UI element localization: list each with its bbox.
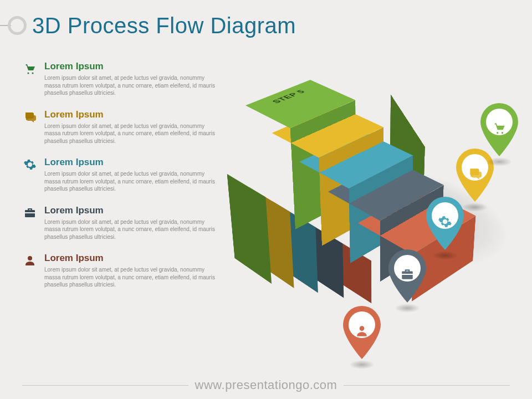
legend-title: Lorem Ipsum (44, 157, 222, 168)
gear-icon (22, 157, 38, 172)
legend-item-step5: Lorem Ipsum Lorem ipsum dolor sit amet, … (22, 61, 222, 97)
legend-item-step3: Lorem Ipsum Lorem ipsum dolor sit amet, … (22, 157, 222, 193)
legend-body: Lorem ipsum dolor sit amet, at pede luct… (44, 122, 222, 145)
legend-item-step2: Lorem Ipsum Lorem ipsum dolor sit amet, … (22, 205, 222, 241)
svg-point-2 (28, 256, 32, 260)
svg-point-11 (497, 132, 498, 134)
legend-item-step4: Lorem Ipsum Lorem ipsum dolor sit amet, … (22, 109, 222, 145)
title-ring-icon (8, 16, 27, 35)
svg-point-6 (360, 326, 365, 331)
pin-step5 (475, 102, 523, 163)
svg-point-1 (32, 72, 33, 74)
chat-icon (467, 166, 483, 181)
legend-title: Lorem Ipsum (44, 61, 222, 72)
legend-body: Lorem ipsum dolor sit amet, at pede luct… (44, 170, 222, 193)
briefcase-icon (400, 267, 415, 282)
user-icon (22, 253, 38, 268)
chat-icon (22, 109, 38, 125)
legend-item-step1: Lorem Ipsum Lorem ipsum dolor sit amet, … (22, 253, 222, 289)
pin-step2 (383, 248, 431, 309)
legend-body: Lorem ipsum dolor sit amet, at pede luct… (44, 266, 222, 289)
legend-body: Lorem ipsum dolor sit amet, at pede luct… (44, 74, 222, 97)
pin-step1 (338, 305, 386, 366)
title-bar: 3D Process Flow Diagram (0, 9, 296, 42)
user-icon (354, 323, 370, 339)
gear-icon (437, 214, 453, 229)
briefcase-icon (22, 205, 38, 221)
legend-title: Lorem Ipsum (44, 109, 222, 120)
cart-icon (22, 61, 38, 76)
legend-body: Lorem ipsum dolor sit amet, at pede luct… (44, 218, 222, 241)
svg-point-0 (27, 72, 29, 74)
legend-list: Lorem Ipsum Lorem ipsum dolor sit amet, … (22, 61, 222, 289)
legend-title: Lorem Ipsum (44, 253, 222, 264)
svg-point-12 (502, 132, 503, 134)
cart-icon (492, 120, 507, 136)
slide-title: 3D Process Flow Diagram (32, 13, 296, 38)
legend-title: Lorem Ipsum (44, 205, 222, 216)
footer-url: www.presentationgo.com (0, 378, 532, 392)
url-text: www.presentationgo.com (195, 378, 337, 392)
